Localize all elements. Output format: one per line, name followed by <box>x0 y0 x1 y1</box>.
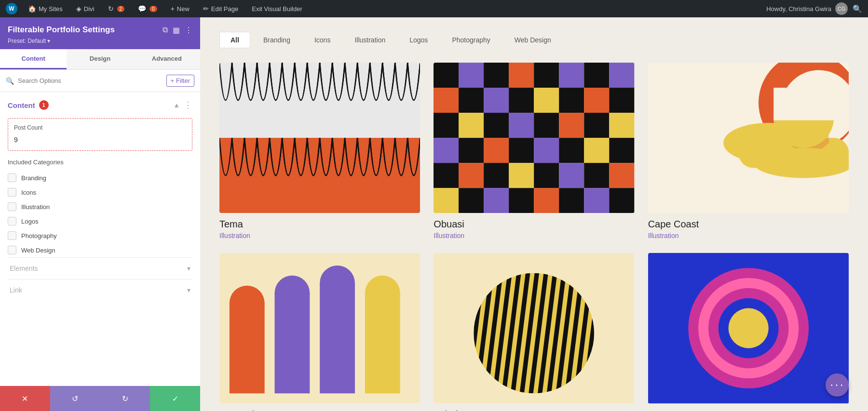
undo-button[interactable]: ↺ <box>50 386 100 411</box>
portfolio-image <box>219 253 420 403</box>
wordpress-icon[interactable]: W <box>6 3 17 14</box>
save-button[interactable]: ✓ <box>150 386 200 411</box>
edit-page-link[interactable]: ✏ Edit Page <box>200 3 241 14</box>
list-item[interactable]: Logos <box>8 214 192 228</box>
portfolio-item[interactable]: Ashaiman Illustration <box>434 253 634 411</box>
redo-button[interactable]: ↻ <box>100 386 150 411</box>
filter-tab-web-design[interactable]: Web Design <box>503 32 562 48</box>
section-title-row: Content 1 <box>8 100 49 110</box>
svg-rect-32 <box>559 138 584 163</box>
content-section-badge: 1 <box>39 100 49 110</box>
house-icon: 🏠 <box>28 5 36 13</box>
cancel-button[interactable]: ✕ <box>0 386 50 411</box>
categories-list: BrandingIconsIllustrationLogosPhotograph… <box>8 171 192 257</box>
preset-dropdown[interactable]: Preset: Default ▾ <box>8 38 50 44</box>
post-count-input[interactable] <box>14 135 186 145</box>
content-section-title: Content <box>8 101 35 109</box>
tab-advanced[interactable]: Advanced <box>134 49 200 69</box>
link-title: Link <box>10 286 22 294</box>
category-checkbox[interactable] <box>8 173 16 182</box>
svg-rect-19 <box>434 113 459 138</box>
search-icon[interactable]: 🔍 <box>853 4 862 13</box>
comment-icon: 💬 <box>138 5 146 13</box>
portfolio-item-title: Cape Coast <box>648 219 849 230</box>
comment-badge: 0 <box>149 6 157 12</box>
svg-rect-39 <box>534 163 559 188</box>
menu-dots-icon[interactable]: ⋮ <box>185 26 192 35</box>
svg-rect-13 <box>484 88 509 113</box>
update-badge: 2 <box>117 6 125 12</box>
preset-row: Preset: Default ▾ <box>8 38 192 44</box>
svg-rect-10 <box>610 63 635 88</box>
portfolio-item[interactable]: Takoradi Illustration <box>648 253 849 411</box>
link-section: Link ▾ <box>8 279 192 301</box>
admin-bar-left: W 🏠 My Sites ◈ Divi ↻ 2 💬 0 + New ✏ Edit… <box>6 3 759 14</box>
my-sites-link[interactable]: 🏠 My Sites <box>25 3 66 14</box>
panel-bottom-bar: ✕ ↺ ↻ ✓ <box>0 386 200 411</box>
post-count-box: Post Count <box>8 118 192 151</box>
tab-content[interactable]: Content <box>0 49 67 69</box>
category-checkbox[interactable] <box>8 246 16 254</box>
svg-rect-25 <box>584 113 610 138</box>
list-item[interactable]: Icons <box>8 185 192 199</box>
category-label: Photography <box>21 232 57 239</box>
svg-rect-46 <box>509 188 534 213</box>
filter-tab-logos[interactable]: Logos <box>398 32 439 48</box>
filter-tab-photography[interactable]: Photography <box>441 32 501 48</box>
portfolio-item-category[interactable]: Illustration <box>434 232 634 239</box>
svg-rect-22 <box>509 113 534 138</box>
svg-rect-37 <box>484 163 509 188</box>
category-checkbox[interactable] <box>8 231 16 240</box>
svg-rect-34 <box>610 138 635 163</box>
exit-visual-builder-link[interactable]: Exit Visual Builder <box>249 3 305 14</box>
svg-rect-5 <box>484 63 509 88</box>
portfolio-item[interactable]: Sunyani Illustration <box>219 253 420 411</box>
list-item[interactable]: Photography <box>8 228 192 243</box>
avatar[interactable]: CG <box>835 2 848 15</box>
divi-link[interactable]: ◈ Divi <box>73 3 97 14</box>
category-label: Web Design <box>21 247 55 254</box>
link-chevron-icon: ▾ <box>187 286 190 294</box>
comments-link[interactable]: 💬 0 <box>135 3 160 14</box>
filter-tab-icons[interactable]: Icons <box>303 32 341 48</box>
category-label: Icons <box>21 189 36 196</box>
category-checkbox[interactable] <box>8 217 16 225</box>
portfolio-item[interactable]: Tema Illustration <box>219 63 420 239</box>
elements-section: Elements ▾ <box>8 257 192 279</box>
portfolio-item-category[interactable]: Illustration <box>219 232 420 239</box>
list-item[interactable]: Branding <box>8 171 192 185</box>
filter-tab-all[interactable]: All <box>219 32 250 48</box>
copy-icon[interactable]: ⧉ <box>163 26 168 35</box>
filter-tab-illustration[interactable]: Illustration <box>343 32 396 48</box>
panel-title-icons: ⧉ ▦ ⋮ <box>163 26 192 35</box>
search-options-input[interactable] <box>18 77 163 84</box>
elements-section-header[interactable]: Elements ▾ <box>8 265 192 272</box>
svg-rect-40 <box>559 163 584 188</box>
portfolio-item-category[interactable]: Illustration <box>648 232 849 239</box>
panel-content: Content 1 ▲ ⋮ Post Count Included Catego… <box>0 92 200 386</box>
svg-point-68 <box>365 276 400 311</box>
filter-button[interactable]: + Filter <box>166 75 194 87</box>
link-section-header[interactable]: Link ▾ <box>8 286 192 294</box>
svg-rect-24 <box>559 113 584 138</box>
new-link[interactable]: + New <box>168 3 192 14</box>
list-item[interactable]: Illustration <box>8 199 192 214</box>
layout-icon[interactable]: ▦ <box>173 26 180 35</box>
portfolio-item[interactable]: Obuasi Illustration <box>434 63 634 239</box>
list-item[interactable]: Web Design <box>8 243 192 257</box>
tab-design[interactable]: Design <box>67 49 133 69</box>
category-checkbox[interactable] <box>8 202 16 211</box>
search-icon: 🔍 <box>6 77 14 85</box>
section-options-icon[interactable]: ⋮ <box>184 100 192 110</box>
svg-rect-27 <box>434 138 459 163</box>
category-checkbox[interactable] <box>8 188 16 197</box>
portfolio-item[interactable]: Cape Coast Illustration <box>648 63 849 239</box>
collapse-icon[interactable]: ▲ <box>173 101 180 109</box>
fab-button[interactable]: • • • <box>826 373 849 397</box>
updates-link[interactable]: ↻ 2 <box>105 3 128 14</box>
portfolio-item-title: Sunyani <box>219 409 420 411</box>
filter-tab-branding[interactable]: Branding <box>252 32 301 48</box>
portfolio-item-title: Takoradi <box>648 410 849 411</box>
category-label: Branding <box>21 174 46 182</box>
svg-rect-50 <box>610 188 635 213</box>
